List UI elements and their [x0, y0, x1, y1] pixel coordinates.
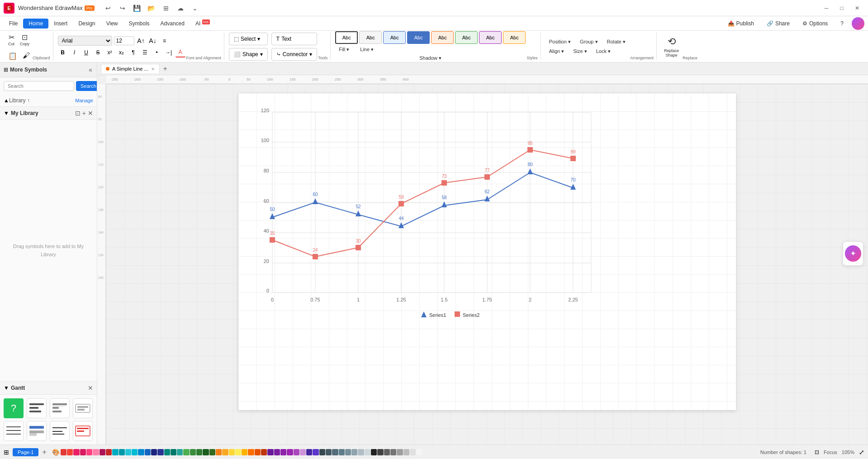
menu-home[interactable]: Home: [23, 19, 48, 29]
color-swatch[interactable]: [345, 449, 351, 455]
gantt-item-6[interactable]: [27, 421, 47, 441]
color-swatch[interactable]: [274, 449, 280, 455]
collapse-panel-button[interactable]: «: [88, 65, 93, 74]
share-button[interactable]: 🔗 Share: [762, 19, 794, 29]
font-decrease-button[interactable]: A↓: [148, 36, 158, 46]
style-box-6[interactable]: Abc: [455, 31, 478, 44]
paste-button[interactable]: 📋: [6, 50, 19, 62]
color-swatch[interactable]: [61, 449, 66, 455]
connector-tool-button[interactable]: ⤷ Connector ▾: [271, 48, 317, 61]
search-input[interactable]: [4, 81, 74, 91]
user-avatar[interactable]: [852, 17, 864, 30]
library-header[interactable]: ▲ Library ↑ Manage: [0, 95, 97, 106]
menu-file[interactable]: File: [4, 19, 23, 29]
open-button[interactable]: 📂: [145, 2, 158, 14]
color-swatch[interactable]: [125, 449, 131, 455]
style-box-1[interactable]: Abc: [335, 31, 358, 44]
lock-button[interactable]: Lock ▾: [593, 48, 614, 55]
publish-button[interactable]: 📤 Publish: [723, 19, 759, 29]
undo-button[interactable]: ↩: [102, 2, 114, 14]
copy-button[interactable]: ⊡ Copy: [18, 31, 31, 48]
align-button[interactable]: Align ▾: [545, 48, 568, 55]
font-size-input[interactable]: [114, 36, 134, 45]
style-box-4[interactable]: Abc: [407, 31, 430, 44]
shape-tool-button[interactable]: ⬜ Shape ▾: [229, 48, 268, 61]
color-swatch[interactable]: [145, 449, 151, 455]
gantt-close-button[interactable]: ✕: [88, 384, 93, 392]
minimize-button[interactable]: ─: [819, 1, 834, 15]
statusbar-layout-button[interactable]: ⊞: [4, 449, 9, 456]
subscript-button[interactable]: x₂: [117, 48, 127, 57]
style-box-5[interactable]: Abc: [431, 31, 454, 44]
color-swatch[interactable]: [100, 449, 105, 455]
style-box-3[interactable]: Abc: [383, 31, 406, 44]
color-swatch[interactable]: [235, 449, 241, 455]
color-swatch[interactable]: [183, 449, 189, 455]
text-direction-button[interactable]: ¶: [128, 48, 138, 57]
color-swatch[interactable]: [106, 449, 112, 455]
fullscreen-button[interactable]: ⤢: [859, 449, 864, 456]
underline-button[interactable]: U: [81, 48, 91, 57]
save-button[interactable]: 💾: [131, 2, 143, 14]
color-swatch[interactable]: [80, 449, 86, 455]
canvas-tab[interactable]: A Simple Line ... ✕: [101, 64, 160, 73]
color-swatch[interactable]: [332, 449, 338, 455]
gantt-item-3[interactable]: [50, 398, 70, 418]
font-increase-button[interactable]: A↑: [136, 36, 146, 46]
position-button[interactable]: Position ▾: [545, 38, 574, 46]
text-align-button[interactable]: ≡: [160, 36, 170, 46]
color-swatch[interactable]: [171, 449, 176, 455]
manage-button[interactable]: Manage: [75, 98, 93, 103]
color-palette[interactable]: [61, 449, 422, 455]
menu-design[interactable]: Design: [73, 19, 100, 29]
gantt-item-4[interactable]: [73, 398, 93, 418]
color-swatch[interactable]: [294, 449, 299, 455]
line-button[interactable]: Line ▾: [356, 46, 377, 53]
font-color-button[interactable]: A: [175, 48, 185, 57]
canvas-wrapper[interactable]: 0 20 40 60 80 100 120: [106, 84, 868, 445]
color-swatch[interactable]: [86, 449, 92, 455]
color-swatch[interactable]: [190, 449, 196, 455]
color-swatch[interactable]: [177, 449, 183, 455]
gantt-item-7[interactable]: [50, 421, 70, 441]
options-button[interactable]: ⚙ Options: [798, 19, 832, 29]
my-library-add-button[interactable]: +: [82, 110, 86, 117]
color-swatch[interactable]: [209, 449, 215, 455]
color-swatch[interactable]: [319, 449, 325, 455]
list-button[interactable]: ☰: [140, 48, 150, 57]
help-button[interactable]: ?: [836, 19, 848, 29]
gantt-item-help[interactable]: ?: [4, 398, 24, 418]
color-swatch[interactable]: [306, 449, 312, 455]
color-swatch[interactable]: [203, 449, 209, 455]
color-swatch[interactable]: [300, 449, 306, 455]
group-button[interactable]: Group ▾: [576, 38, 602, 46]
add-tab-button[interactable]: +: [161, 65, 169, 73]
replace-shape-button[interactable]: ⟲ ReplaceShape: [661, 34, 682, 59]
more-button[interactable]: ⌄: [189, 2, 201, 14]
page-tab-1[interactable]: Page-1: [13, 448, 38, 456]
color-swatch[interactable]: [164, 449, 170, 455]
menu-view[interactable]: View: [101, 19, 123, 29]
color-swatch[interactable]: [384, 449, 390, 455]
size-button[interactable]: Size ▾: [569, 48, 590, 55]
gantt-item-8[interactable]: [73, 421, 93, 441]
color-swatch[interactable]: [229, 449, 235, 455]
color-swatch[interactable]: [222, 449, 228, 455]
color-swatch[interactable]: [267, 449, 273, 455]
color-swatch[interactable]: [358, 449, 364, 455]
color-swatch[interactable]: [216, 449, 222, 455]
color-swatch[interactable]: [93, 449, 99, 455]
font-family-select[interactable]: Arial: [58, 36, 112, 46]
color-swatch[interactable]: [112, 449, 118, 455]
my-library-close-button[interactable]: ✕: [88, 110, 93, 117]
gantt-item-2[interactable]: [27, 398, 47, 418]
bullet-button[interactable]: •: [152, 48, 162, 57]
gantt-item-5[interactable]: [4, 421, 24, 441]
color-swatch[interactable]: [138, 449, 144, 455]
shadow-button[interactable]: Shadow ▾: [335, 54, 526, 62]
color-swatch[interactable]: [390, 449, 396, 455]
menu-insert[interactable]: Insert: [48, 19, 73, 29]
maximize-button[interactable]: □: [835, 1, 849, 15]
strikethrough-button[interactable]: S: [93, 48, 103, 57]
color-swatch[interactable]: [255, 449, 261, 455]
